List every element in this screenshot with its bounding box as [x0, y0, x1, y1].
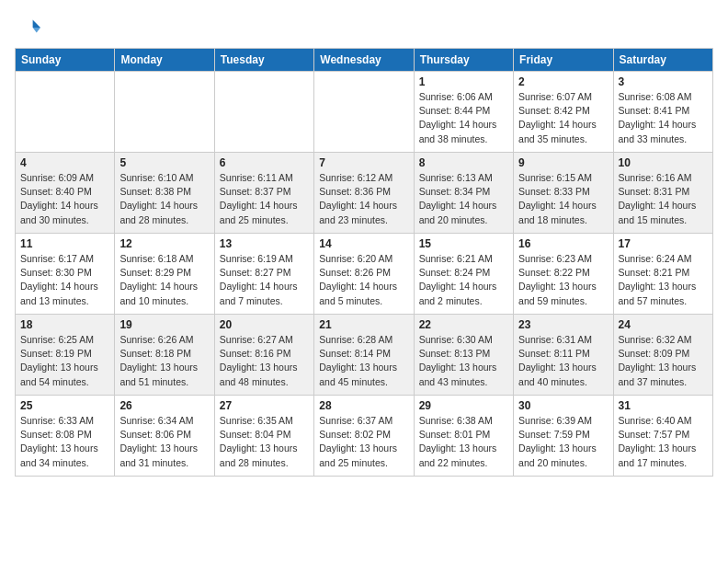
day-number: 10 [619, 156, 708, 169]
day-number: 9 [518, 156, 608, 169]
week-row-3: 11Sunrise: 6:17 AM Sunset: 8:30 PM Dayli… [16, 234, 713, 315]
day-number: 17 [619, 237, 708, 250]
day-number: 5 [119, 156, 209, 169]
day-info: Sunrise: 6:30 AM Sunset: 8:13 PM Dayligh… [419, 333, 508, 389]
day-number: 20 [220, 318, 309, 331]
day-info: Sunrise: 6:31 AM Sunset: 8:11 PM Dayligh… [518, 333, 608, 389]
page-header [15, 15, 713, 40]
weekday-header-wednesday: Wednesday [314, 49, 414, 72]
day-info: Sunrise: 6:40 AM Sunset: 7:57 PM Dayligh… [619, 414, 708, 470]
day-info: Sunrise: 6:33 AM Sunset: 8:08 PM Dayligh… [20, 414, 109, 470]
day-cell [115, 72, 214, 153]
day-info: Sunrise: 6:20 AM Sunset: 8:26 PM Dayligh… [319, 252, 408, 308]
day-info: Sunrise: 6:19 AM Sunset: 8:27 PM Dayligh… [220, 252, 309, 308]
day-cell: 30Sunrise: 6:39 AM Sunset: 7:59 PM Dayli… [514, 396, 613, 477]
day-number: 7 [319, 156, 408, 169]
week-row-4: 18Sunrise: 6:25 AM Sunset: 8:19 PM Dayli… [16, 315, 713, 396]
day-info: Sunrise: 6:15 AM Sunset: 8:33 PM Dayligh… [518, 171, 608, 227]
day-info: Sunrise: 6:16 AM Sunset: 8:31 PM Dayligh… [619, 171, 708, 227]
day-info: Sunrise: 6:06 AM Sunset: 8:44 PM Dayligh… [419, 90, 508, 146]
day-cell: 16Sunrise: 6:23 AM Sunset: 8:22 PM Dayli… [514, 234, 613, 315]
day-number: 11 [20, 237, 109, 250]
day-number: 29 [419, 399, 508, 412]
day-number: 27 [220, 399, 309, 412]
day-cell: 31Sunrise: 6:40 AM Sunset: 7:57 PM Dayli… [613, 396, 712, 477]
day-info: Sunrise: 6:32 AM Sunset: 8:09 PM Dayligh… [619, 333, 708, 389]
day-number: 25 [20, 399, 109, 412]
logo [15, 15, 44, 40]
svg-marker-1 [33, 28, 40, 33]
day-number: 18 [20, 318, 109, 331]
day-cell [16, 72, 115, 153]
day-info: Sunrise: 6:10 AM Sunset: 8:38 PM Dayligh… [119, 171, 209, 227]
day-number: 16 [518, 237, 608, 250]
day-cell: 5Sunrise: 6:10 AM Sunset: 8:38 PM Daylig… [115, 153, 214, 234]
day-cell: 6Sunrise: 6:11 AM Sunset: 8:37 PM Daylig… [214, 153, 313, 234]
day-cell: 23Sunrise: 6:31 AM Sunset: 8:11 PM Dayli… [514, 315, 613, 396]
day-cell: 21Sunrise: 6:28 AM Sunset: 8:14 PM Dayli… [314, 315, 414, 396]
svg-marker-0 [33, 20, 40, 28]
day-info: Sunrise: 6:39 AM Sunset: 7:59 PM Dayligh… [518, 414, 608, 470]
day-info: Sunrise: 6:11 AM Sunset: 8:37 PM Dayligh… [220, 171, 309, 227]
day-number: 6 [220, 156, 309, 169]
day-cell: 9Sunrise: 6:15 AM Sunset: 8:33 PM Daylig… [514, 153, 613, 234]
day-number: 14 [319, 237, 408, 250]
day-cell: 25Sunrise: 6:33 AM Sunset: 8:08 PM Dayli… [16, 396, 115, 477]
day-cell: 24Sunrise: 6:32 AM Sunset: 8:09 PM Dayli… [613, 315, 712, 396]
day-cell: 22Sunrise: 6:30 AM Sunset: 8:13 PM Dayli… [414, 315, 513, 396]
weekday-header-thursday: Thursday [414, 49, 513, 72]
day-cell: 11Sunrise: 6:17 AM Sunset: 8:30 PM Dayli… [16, 234, 115, 315]
day-number: 24 [619, 318, 708, 331]
day-cell: 19Sunrise: 6:26 AM Sunset: 8:18 PM Dayli… [115, 315, 214, 396]
day-cell: 18Sunrise: 6:25 AM Sunset: 8:19 PM Dayli… [16, 315, 115, 396]
day-cell: 27Sunrise: 6:35 AM Sunset: 8:04 PM Dayli… [214, 396, 313, 477]
weekday-header-sunday: Sunday [16, 49, 115, 72]
day-info: Sunrise: 6:23 AM Sunset: 8:22 PM Dayligh… [518, 252, 608, 308]
calendar-table: SundayMondayTuesdayWednesdayThursdayFrid… [15, 48, 713, 477]
day-cell: 10Sunrise: 6:16 AM Sunset: 8:31 PM Dayli… [613, 153, 712, 234]
day-number: 26 [119, 399, 209, 412]
day-cell: 14Sunrise: 6:20 AM Sunset: 8:26 PM Dayli… [314, 234, 414, 315]
day-number: 19 [119, 318, 209, 331]
day-info: Sunrise: 6:24 AM Sunset: 8:21 PM Dayligh… [619, 252, 708, 308]
day-info: Sunrise: 6:38 AM Sunset: 8:01 PM Dayligh… [419, 414, 508, 470]
day-info: Sunrise: 6:27 AM Sunset: 8:16 PM Dayligh… [220, 333, 309, 389]
day-info: Sunrise: 6:13 AM Sunset: 8:34 PM Dayligh… [419, 171, 508, 227]
day-cell: 29Sunrise: 6:38 AM Sunset: 8:01 PM Dayli… [414, 396, 513, 477]
day-number: 21 [319, 318, 408, 331]
day-number: 8 [419, 156, 508, 169]
week-row-1: 1Sunrise: 6:06 AM Sunset: 8:44 PM Daylig… [16, 72, 713, 153]
week-row-2: 4Sunrise: 6:09 AM Sunset: 8:40 PM Daylig… [16, 153, 713, 234]
day-cell: 28Sunrise: 6:37 AM Sunset: 8:02 PM Dayli… [314, 396, 414, 477]
day-info: Sunrise: 6:26 AM Sunset: 8:18 PM Dayligh… [119, 333, 209, 389]
day-info: Sunrise: 6:07 AM Sunset: 8:42 PM Dayligh… [518, 90, 608, 146]
day-cell: 2Sunrise: 6:07 AM Sunset: 8:42 PM Daylig… [514, 72, 613, 153]
week-row-5: 25Sunrise: 6:33 AM Sunset: 8:08 PM Dayli… [16, 396, 713, 477]
weekday-header-friday: Friday [514, 49, 613, 72]
day-number: 30 [518, 399, 608, 412]
day-info: Sunrise: 6:17 AM Sunset: 8:30 PM Dayligh… [20, 252, 109, 308]
day-info: Sunrise: 6:37 AM Sunset: 8:02 PM Dayligh… [319, 414, 408, 470]
day-number: 31 [619, 399, 708, 412]
day-cell: 8Sunrise: 6:13 AM Sunset: 8:34 PM Daylig… [414, 153, 513, 234]
day-number: 2 [518, 75, 608, 88]
day-cell: 4Sunrise: 6:09 AM Sunset: 8:40 PM Daylig… [16, 153, 115, 234]
day-number: 1 [419, 75, 508, 88]
day-info: Sunrise: 6:21 AM Sunset: 8:24 PM Dayligh… [419, 252, 508, 308]
weekday-header-monday: Monday [115, 49, 214, 72]
day-info: Sunrise: 6:34 AM Sunset: 8:06 PM Dayligh… [119, 414, 209, 470]
day-info: Sunrise: 6:35 AM Sunset: 8:04 PM Dayligh… [220, 414, 309, 470]
day-cell: 26Sunrise: 6:34 AM Sunset: 8:06 PM Dayli… [115, 396, 214, 477]
day-number: 4 [20, 156, 109, 169]
day-info: Sunrise: 6:08 AM Sunset: 8:41 PM Dayligh… [619, 90, 708, 146]
day-cell: 1Sunrise: 6:06 AM Sunset: 8:44 PM Daylig… [414, 72, 513, 153]
day-cell: 7Sunrise: 6:12 AM Sunset: 8:36 PM Daylig… [314, 153, 414, 234]
day-number: 23 [518, 318, 608, 331]
day-cell: 13Sunrise: 6:19 AM Sunset: 8:27 PM Dayli… [214, 234, 313, 315]
day-number: 22 [419, 318, 508, 331]
day-number: 28 [319, 399, 408, 412]
logo-icon [15, 15, 40, 40]
weekday-header-saturday: Saturday [613, 49, 712, 72]
weekday-header-row: SundayMondayTuesdayWednesdayThursdayFrid… [16, 49, 713, 72]
day-info: Sunrise: 6:09 AM Sunset: 8:40 PM Dayligh… [20, 171, 109, 227]
